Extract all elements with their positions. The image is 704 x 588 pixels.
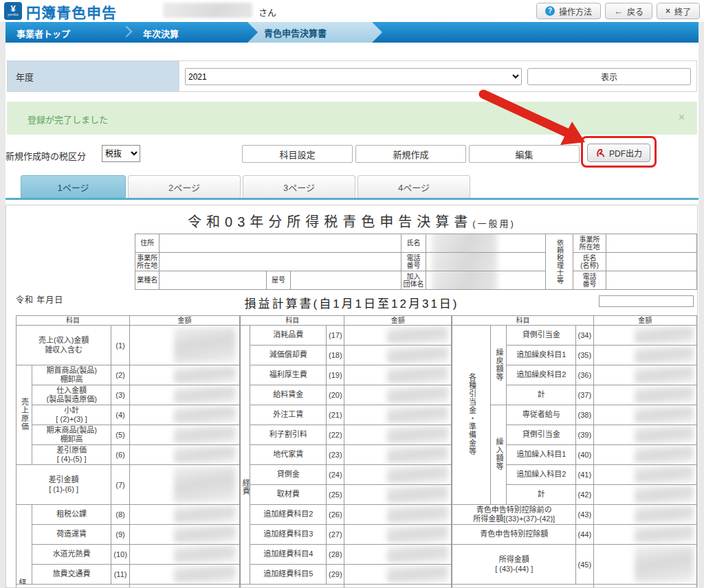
pl-row-num: (3) [111, 385, 130, 405]
pl-partial-row [452, 585, 593, 588]
show-button[interactable]: 表示 [527, 68, 691, 85]
blurred-amount [387, 466, 448, 483]
pl-table-col-left: 科目金額売上(収入)金額 雑収入含む(1)売上原価期首商品(製品) 棚卸高(2)… [16, 315, 240, 588]
blurred-amount [635, 427, 693, 443]
pl-row-num: (17) [327, 326, 344, 346]
blurred-amount [387, 387, 448, 403]
field-label-shop: 屋号 [266, 271, 290, 290]
back-button[interactable]: ← 戻る [605, 3, 652, 19]
breadcrumb-business-top[interactable]: 事業者トップ [16, 27, 70, 40]
new-create-button[interactable]: 新規作成 [355, 145, 466, 163]
field-value-agent-phone [606, 271, 697, 290]
pl-amount-cell [593, 346, 696, 365]
pl-amount-cell [344, 565, 452, 585]
pl-row-num: (38) [576, 405, 594, 425]
field-value-agent-name [606, 253, 697, 271]
pl-amount-cell [129, 405, 239, 425]
blurred-amount [635, 387, 693, 403]
pl-amount-cell [344, 326, 452, 346]
blurred-amount [387, 347, 448, 363]
pl-row-label: 小計 [ (2)+(3) ] [32, 405, 111, 425]
pl-row-label: 荷造運賃 [32, 525, 111, 545]
tax-type-select[interactable]: 税抜 [102, 145, 140, 162]
blurred-amount [635, 486, 693, 503]
exit-button[interactable]: × 終了 [657, 3, 700, 19]
pl-amount-cell [344, 545, 452, 565]
breadcrumb: 事業者トップ 年次決算 青色申告決算書 [6, 22, 698, 43]
tab-page-4[interactable]: 4ページ [358, 175, 470, 198]
pl-amount-cell [129, 465, 239, 505]
blurred-amount [387, 327, 448, 343]
pl-col-header-amount: 金額 [344, 316, 452, 326]
tax-type-label: 新規作成時の税区分 [6, 149, 86, 162]
year-select[interactable]: 2021 [185, 68, 522, 85]
tab-page-1[interactable]: 1ページ [21, 175, 126, 198]
pl-row-label: 貸倒引当金 [507, 326, 576, 346]
blurred-amount [387, 506, 448, 523]
form-title-main: 令和03年分所得税青色申告決算書 [188, 214, 472, 229]
pl-row-num: (24) [327, 465, 344, 485]
pl-row-label: 地代家賃 [250, 445, 327, 465]
pl-row-num: (5) [111, 425, 130, 445]
pl-table-col-middle: 科目金額経費消耗品費(17)減価償却費(18)福利厚生費(19)給料賃金(20)… [240, 315, 452, 588]
pl-row-label: 追加経費科目3 [250, 525, 327, 545]
tab-page-2[interactable]: 2ページ [128, 175, 241, 198]
pl-group-label: 経費 [241, 326, 250, 585]
field-value-name-redacted [426, 234, 546, 253]
pl-col-header-subject: 科目 [16, 316, 130, 326]
pl-amount-cell [593, 425, 696, 445]
account-settings-button[interactable]: 科目設定 [242, 145, 353, 163]
breadcrumb-annual-settlement[interactable]: 年次決算 [143, 27, 179, 40]
close-icon: × [666, 6, 670, 16]
pdf-button-label: PDF出力 [609, 147, 642, 159]
breadcrumb-current-label: 青色申告決算書 [264, 26, 327, 39]
pl-group-label: 各種引当金・準備金等 [452, 326, 491, 505]
blurred-value [432, 234, 498, 253]
field-label-tax-agent: 依頼税理士等 [546, 234, 573, 290]
pl-row-num: (36) [576, 365, 594, 385]
pl-col-header-subject: 科目 [452, 316, 593, 326]
blank-input-box[interactable] [599, 295, 694, 307]
pl-partial-row [241, 585, 344, 588]
blurred-amount [387, 526, 448, 543]
pl-row-label: 追加経費科目4 [250, 545, 327, 565]
pl-amount-cell [344, 405, 452, 425]
blurred-amount [387, 367, 448, 383]
blurred-amount [174, 546, 236, 563]
help-button[interactable]: ? 操作方法 [536, 3, 601, 19]
pl-row-num: (27) [327, 525, 344, 545]
pl-row-label: 追加経費科目2 [250, 505, 327, 525]
success-alert: 登録が完了しました × [7, 102, 697, 135]
pl-row-label: 福利厚生費 [250, 365, 327, 385]
form-title: 令和03年分所得税青色申告決算書(一般用) [6, 211, 697, 231]
pl-row-label: 仕入金額 (製品製造原価) [32, 385, 111, 405]
pl-amount-cell [344, 445, 452, 465]
pl-amount-cell [344, 485, 452, 505]
blurred-amount [174, 407, 236, 423]
yenbo-logo-icon: ¥ yenbo [4, 2, 22, 20]
field-value-agent-office [606, 234, 697, 253]
app-title: 円簿青色申告 [26, 1, 117, 22]
pl-row-num: (28) [327, 545, 344, 565]
pl-row-label: 青色申告特別控除額 [452, 525, 576, 545]
pl-group-label: 経費 [16, 505, 32, 585]
pl-amount-cell [129, 445, 239, 465]
pl-amount-cell [344, 525, 452, 545]
pdf-export-button[interactable]: PDF出力 [587, 144, 650, 162]
pl-col-header-amount: 金額 [129, 316, 239, 326]
pl-row-num: (40) [576, 445, 594, 465]
tab-page-3[interactable]: 3ページ [243, 175, 355, 198]
back-label: 戻る [627, 5, 644, 17]
year-section: 年度 2021 表示 [7, 60, 697, 92]
blurred-amount [387, 446, 448, 463]
pl-group-label: 売上原価 [16, 365, 32, 465]
alert-close-icon[interactable]: × [679, 111, 685, 124]
blurred-amount [387, 566, 448, 583]
pl-partial-amount [129, 585, 239, 588]
blurred-amount [635, 446, 693, 463]
year-label: 年度 [8, 61, 179, 91]
pl-amount-cell [129, 326, 239, 365]
edit-button[interactable]: 編集 [469, 145, 580, 163]
field-label-org: 加入 団体名 [402, 271, 426, 290]
pl-amount-cell [344, 365, 452, 385]
